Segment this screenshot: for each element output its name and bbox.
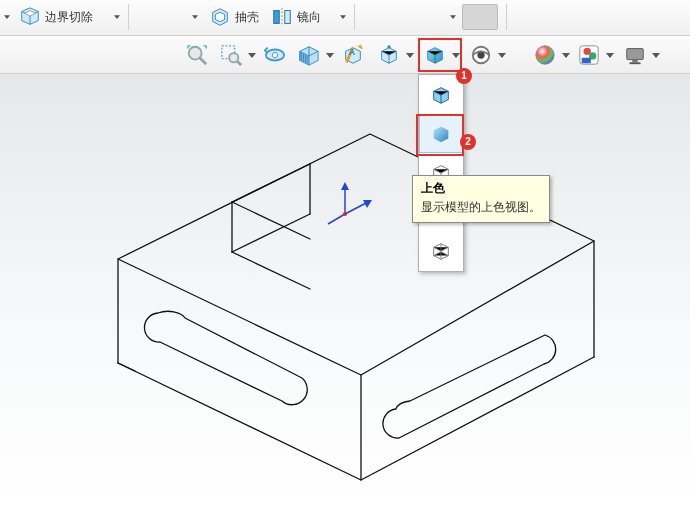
view-settings-icon [624, 44, 646, 66]
boundary-cut-button[interactable]: 边界切除 [14, 4, 98, 30]
ribbon-toolbar: 边界切除 抽壳 镜向 [0, 0, 690, 36]
ribbon-separator-3 [506, 4, 507, 30]
zoom-to-area-button[interactable] [216, 40, 246, 70]
dynamic-annotation-icon: A [342, 44, 364, 66]
boundary-cut-dropdown[interactable] [112, 4, 122, 30]
ribbon-separator-2 [354, 4, 355, 30]
svg-text:A: A [348, 47, 355, 57]
zoom-to-fit-button[interactable] [182, 40, 212, 70]
ribbon-separator-1 [128, 4, 129, 30]
svg-point-6 [229, 53, 238, 62]
zoom-to-area-icon [220, 44, 242, 66]
display-style-dropdown[interactable] [450, 40, 462, 70]
previous-view-button[interactable] [260, 40, 290, 70]
boundary-cut-icon [19, 6, 41, 28]
model-viewport[interactable] [0, 74, 690, 507]
display-style-button[interactable] [420, 40, 450, 70]
edit-appearance-icon [534, 44, 556, 66]
previous-view-icon [264, 44, 286, 66]
dynamic-annotation-button[interactable]: A [338, 40, 368, 70]
tooltip: 上色 显示模型的上色视图。 [412, 175, 550, 223]
hide-show-items-icon [470, 44, 492, 66]
svg-rect-22 [582, 58, 591, 64]
apply-scene-icon [578, 44, 600, 66]
mirror-label: 镜向 [297, 9, 321, 26]
view-settings-button[interactable] [620, 40, 650, 70]
display-style-icon [424, 44, 446, 66]
svg-rect-24 [632, 60, 638, 63]
svg-rect-23 [627, 49, 644, 60]
svg-point-29 [343, 212, 347, 216]
zoom-to-fit-icon [186, 44, 208, 66]
svg-rect-25 [630, 62, 641, 64]
section-view-icon [298, 44, 320, 66]
shaded-with-edges-icon [430, 84, 452, 106]
mirror-icon [271, 6, 293, 28]
tooltip-title: 上色 [421, 180, 541, 197]
wireframe-icon [430, 240, 452, 262]
section-view-button[interactable] [294, 40, 324, 70]
tooltip-description: 显示模型的上色视图。 [421, 199, 541, 216]
display-style-menu [418, 74, 464, 272]
svg-line-27 [345, 202, 368, 214]
svg-rect-0 [274, 11, 280, 24]
apply-scene-button[interactable] [574, 40, 604, 70]
ribbon-dropdown-2[interactable] [190, 4, 200, 30]
edit-appearance-button[interactable] [530, 40, 560, 70]
shaded-icon [430, 123, 452, 145]
appearance-dropdown[interactable] [560, 40, 572, 70]
view-toolbar: A [0, 36, 690, 74]
inactive-ribbon-button[interactable] [462, 4, 498, 30]
ribbon-dropdown-1[interactable] [2, 4, 12, 30]
menu-shaded-with-edges[interactable] [419, 76, 463, 114]
scene-dropdown[interactable] [604, 40, 616, 70]
hide-show-dropdown[interactable] [496, 40, 508, 70]
view-orientation-button[interactable] [374, 40, 404, 70]
ribbon-dropdown-3[interactable] [338, 4, 348, 30]
boundary-cut-label: 边界切除 [45, 9, 93, 26]
svg-point-18 [536, 46, 554, 64]
zoom-dropdown[interactable] [246, 40, 258, 70]
section-dropdown[interactable] [324, 40, 336, 70]
mirror-button[interactable]: 镜向 [266, 4, 326, 30]
view-settings-dropdown[interactable] [650, 40, 662, 70]
menu-shaded[interactable] [419, 115, 463, 153]
svg-point-3 [189, 47, 202, 60]
model-wireframe [0, 74, 690, 507]
svg-rect-1 [285, 11, 291, 24]
hide-show-button[interactable] [466, 40, 496, 70]
shell-button[interactable]: 抽壳 [204, 4, 264, 30]
menu-wireframe[interactable] [419, 232, 463, 270]
svg-line-28 [328, 214, 345, 224]
view-orientation-icon [378, 44, 400, 66]
svg-line-7 [237, 61, 241, 65]
shell-label: 抽壳 [235, 9, 259, 26]
svg-point-9 [272, 52, 278, 58]
svg-line-4 [200, 58, 206, 64]
orientation-dropdown[interactable] [404, 40, 416, 70]
shell-icon [209, 6, 231, 28]
ribbon-dropdown-4[interactable] [448, 4, 458, 30]
